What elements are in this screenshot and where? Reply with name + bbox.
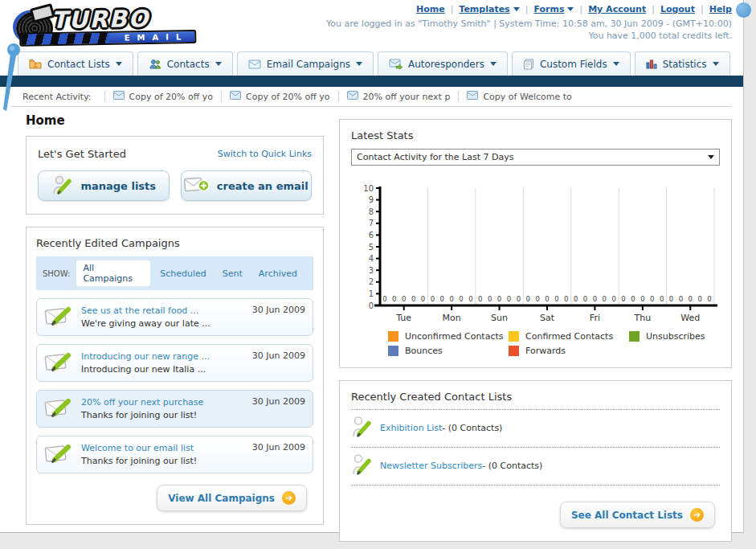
tab-label: Contacts	[167, 59, 210, 70]
contact-list-link[interactable]: Newsletter Subscribers	[380, 461, 482, 471]
campaign-row[interactable]: 20% off your next purchase Thanks for jo…	[36, 390, 313, 428]
svg-text:6: 6	[369, 231, 374, 240]
chevron-down-icon	[356, 62, 362, 66]
tab-email-campaigns[interactable]: Email Campaigns	[237, 51, 374, 76]
envelope-icon	[230, 91, 241, 102]
corner-dot-decoration	[736, 2, 751, 18]
svg-text:0: 0	[611, 295, 615, 303]
campaign-row[interactable]: Introducing our new range ... Introducin…	[36, 344, 313, 382]
nav-link-help[interactable]: Help	[709, 4, 732, 14]
svg-text:0: 0	[564, 295, 568, 303]
contact-lists-panel: Recently Created Contact Lists Exhibitio…	[339, 380, 732, 542]
envelope-icon	[347, 91, 358, 102]
svg-text:0: 0	[593, 295, 597, 303]
campaign-date: 30 Jun 2009	[252, 305, 305, 315]
app-logo: TURBO EMAIL	[5, 2, 198, 47]
filter-sent[interactable]: Sent	[216, 266, 249, 281]
svg-text:0: 0	[697, 295, 701, 303]
svg-text:0: 0	[574, 295, 578, 303]
logo-subtitle: EMAIL	[125, 32, 189, 42]
envelope-icon	[467, 91, 478, 102]
campaign-row[interactable]: Welcome to our email list Thanks for joi…	[36, 436, 313, 473]
envelope-icon	[248, 59, 261, 69]
stats-period-select[interactable]: Contact Activity for the Last 7 Days	[351, 149, 720, 166]
filter-scheduled[interactable]: Scheduled	[153, 266, 213, 281]
campaign-title-link[interactable]: 20% off your next purchase	[81, 397, 246, 408]
svg-text:0: 0	[621, 295, 625, 303]
legend-swatch	[388, 346, 398, 356]
svg-text:4: 4	[369, 254, 374, 263]
svg-text:0: 0	[507, 295, 511, 303]
nav-link-forms[interactable]: Forms	[533, 4, 564, 14]
contact-list-row[interactable]: Newsletter Subscribers - (0 Contacts)	[351, 448, 720, 485]
svg-text:2: 2	[369, 277, 374, 286]
campaign-title-link[interactable]: Welcome to our email list	[81, 443, 246, 453]
svg-text:0: 0	[517, 295, 521, 303]
envelope-pencil-icon	[44, 350, 73, 375]
switch-quick-links-link[interactable]: Switch to Quick Links	[218, 149, 312, 159]
svg-text:0: 0	[392, 295, 396, 303]
recent-activity-item[interactable]: Copy of 20% off yo	[104, 91, 222, 102]
campaign-title-link[interactable]: Introducing our new range ...	[81, 351, 246, 362]
see-all-contact-lists-button[interactable]: See All Contact Lists ➔	[560, 502, 715, 528]
chevron-down-icon	[116, 62, 122, 66]
campaign-filterbar: SHOW: All Campaigns Scheduled Sent Archi…	[36, 256, 313, 290]
nav-link-logout[interactable]: Logout	[660, 4, 695, 14]
recent-activity-item[interactable]: Copy of Welcome to	[458, 91, 579, 102]
campaign-date: 30 Jun 2009	[252, 396, 305, 407]
legend-item: Confirmed Contacts	[509, 331, 629, 342]
tab-autoresponders[interactable]: Autoresponders	[378, 51, 508, 76]
chevron-down-icon	[713, 62, 719, 66]
svg-text:0: 0	[421, 295, 425, 303]
envelope-plus-icon	[184, 176, 210, 196]
envelope-pencil-icon	[44, 396, 73, 421]
manage-lists-button[interactable]: manage lists	[38, 170, 170, 201]
tab-contacts[interactable]: Contacts	[137, 51, 233, 76]
svg-text:Thu: Thu	[634, 313, 652, 323]
recent-activity-item[interactable]: Copy of 20% off yo	[221, 91, 338, 102]
svg-text:9: 9	[369, 195, 374, 204]
svg-text:0: 0	[640, 295, 644, 303]
envelope-icon	[113, 91, 125, 102]
login-status: You are logged in as "Timothy Smith" | S…	[326, 18, 732, 29]
svg-text:5: 5	[369, 243, 374, 252]
tab-statistics[interactable]: Statistics	[635, 51, 730, 76]
legend-item: Unconfirmed Contacts	[388, 331, 509, 342]
nav-link-home[interactable]: Home	[416, 4, 445, 14]
contact-list-link[interactable]: Exhibition List	[380, 423, 442, 433]
contact-list-row[interactable]: Exhibition List - (0 Contacts)	[351, 410, 720, 448]
header-right: Home Templates Forms My Account Logout H…	[326, 4, 732, 41]
filter-all-campaigns[interactable]: All Campaigns	[76, 260, 150, 286]
person-pencil-icon	[351, 453, 372, 478]
campaign-title-link[interactable]: See us at the retail food ...	[81, 305, 246, 316]
nav-link-my-account[interactable]: My Account	[588, 4, 646, 14]
create-email-button[interactable]: create an email	[181, 170, 313, 201]
svg-text:0: 0	[583, 295, 587, 303]
top-nav: Home Templates Forms My Account Logout H…	[326, 4, 732, 14]
recent-activity-item[interactable]: 20% off your next p	[338, 91, 459, 102]
svg-text:8: 8	[369, 207, 374, 216]
tab-custom-fields[interactable]: Custom Fields	[512, 51, 631, 76]
contact-list-count: - (0 Contacts)	[442, 423, 502, 433]
legend-swatch	[509, 346, 519, 356]
navy-divider-bar	[0, 76, 743, 87]
svg-text:0: 0	[440, 295, 444, 303]
person-pencil-icon	[351, 416, 372, 440]
filter-archived[interactable]: Archived	[252, 266, 304, 281]
nav-link-templates[interactable]: Templates	[459, 4, 509, 14]
bar-chart-icon	[646, 59, 657, 69]
view-all-campaigns-button[interactable]: View All Campaigns ➔	[157, 485, 307, 511]
pin-decoration	[0, 42, 24, 116]
arrow-right-icon: ➔	[690, 508, 704, 522]
latest-stats-panel: Latest Stats Contact Activity for the La…	[339, 119, 732, 368]
tab-contact-lists[interactable]: Contact Lists	[18, 51, 133, 76]
campaign-row[interactable]: See us at the retail food ... We're givi…	[36, 298, 313, 336]
chevron-down-icon	[708, 155, 714, 159]
legend-item: Unsubscribes	[629, 331, 750, 342]
svg-text:0: 0	[535, 295, 539, 303]
svg-text:0: 0	[689, 295, 693, 303]
documents-icon	[523, 59, 534, 70]
svg-text:0: 0	[631, 295, 635, 303]
campaign-date: 30 Jun 2009	[252, 350, 305, 361]
svg-text:Sat: Sat	[540, 313, 555, 323]
